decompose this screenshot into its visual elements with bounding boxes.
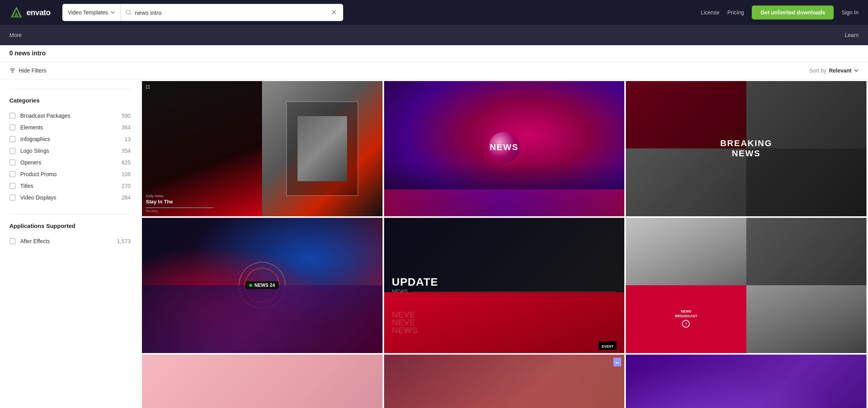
filter-label-video-displays: Video Displays bbox=[20, 194, 56, 201]
grid-item-6-broadcast: NEWSBROADCAST + bbox=[675, 309, 698, 329]
search-icon bbox=[126, 9, 132, 16]
grid-item-3[interactable]: X BREAKING NEWS bbox=[626, 81, 866, 216]
checkbox-infographics[interactable] bbox=[9, 136, 16, 142]
filter-icon bbox=[9, 67, 16, 74]
sign-in-button[interactable]: Sign In bbox=[841, 9, 859, 16]
filter-item-elements[interactable]: Elements 364 bbox=[9, 122, 131, 133]
sub-nav-learn[interactable]: Learn bbox=[845, 32, 859, 38]
sort-area: Sort by Relevant bbox=[809, 67, 859, 74]
filter-count-logo-stings: 354 bbox=[122, 148, 131, 154]
filter-item-product-promo[interactable]: Product Promo 106 bbox=[9, 168, 131, 180]
header: envato Video Templates ✕ License Pricing… bbox=[0, 0, 868, 25]
results-count: 0 news intro bbox=[9, 50, 46, 57]
hide-filters-button[interactable]: Hide Filters bbox=[9, 67, 46, 74]
results-grid: Daily News Stay In The Foo Story bbox=[140, 79, 868, 408]
filters-bar: Hide Filters Sort by Relevant bbox=[0, 62, 868, 79]
filter-count-openers: 625 bbox=[122, 159, 131, 166]
filter-count-after-effects: 1,573 bbox=[117, 238, 131, 244]
sort-by-value[interactable]: Relevant bbox=[829, 67, 852, 74]
search-container: Video Templates ✕ bbox=[62, 4, 343, 21]
search-input[interactable] bbox=[135, 9, 326, 16]
search-category-label: Video Templates bbox=[68, 9, 108, 16]
filter-label-logo-stings: Logo Stings bbox=[20, 148, 49, 154]
categories-title: Categories bbox=[9, 97, 131, 104]
chevron-down-icon bbox=[110, 10, 115, 15]
filter-count-product-promo: 106 bbox=[122, 171, 131, 177]
filter-label-infographics: Infographics bbox=[20, 136, 50, 142]
grid-item-2[interactable]: NEWS bbox=[384, 81, 625, 216]
filter-item-infographics[interactable]: Infographics 13 bbox=[9, 133, 131, 145]
filter-label-openers: Openers bbox=[20, 159, 41, 166]
checkbox-after-effects[interactable] bbox=[9, 238, 16, 244]
header-nav: License Pricing Get unlimited downloads … bbox=[701, 5, 859, 19]
checkbox-logo-stings[interactable] bbox=[9, 148, 16, 154]
categories-divider bbox=[9, 89, 131, 89]
search-input-wrap: ✕ bbox=[121, 8, 343, 17]
grid-item-3-text: BREAKINGNEWS bbox=[720, 138, 772, 159]
filter-label-broadcast-packages: Broadcast Packages bbox=[20, 113, 70, 119]
filter-count-infographics: 13 bbox=[124, 136, 131, 142]
content-area: Daily News Stay In The Foo Story bbox=[140, 79, 868, 408]
filter-item-broadcast-packages[interactable]: Broadcast Packages 590 bbox=[9, 110, 131, 122]
grid-item-4[interactable]: NEWS 24 bbox=[142, 218, 383, 353]
checkbox-openers[interactable] bbox=[9, 159, 16, 166]
filter-label-titles: Titles bbox=[20, 183, 33, 189]
results-bar: 0 news intro bbox=[0, 45, 868, 62]
filter-label-after-effects: After Effects bbox=[20, 238, 50, 244]
filter-count-titles: 270 bbox=[122, 183, 131, 189]
grid-item-1-subnews: Daily News bbox=[146, 194, 258, 198]
hide-filters-label: Hide Filters bbox=[19, 67, 46, 74]
search-category-button[interactable]: Video Templates bbox=[62, 4, 121, 21]
filter-item-logo-stings[interactable]: Logo Stings 354 bbox=[9, 145, 131, 157]
clear-search-button[interactable]: ✕ bbox=[329, 8, 338, 17]
grid-item-2-news-text: NEWS bbox=[490, 142, 519, 152]
license-link[interactable]: License bbox=[701, 9, 719, 16]
checkbox-broadcast-packages[interactable] bbox=[9, 113, 16, 119]
applications-title: Applications Supported bbox=[9, 223, 131, 229]
checkbox-elements[interactable] bbox=[9, 124, 16, 131]
filter-item-openers[interactable]: Openers 625 bbox=[9, 157, 131, 168]
sort-chevron-icon[interactable] bbox=[854, 68, 859, 73]
grid-item-8[interactable]: Pr TODAY NEWS bbox=[384, 355, 625, 408]
filter-item-video-displays[interactable]: Video Displays 284 bbox=[9, 192, 131, 203]
sidebar: Categories Broadcast Packages 590 Elemen… bbox=[0, 79, 140, 408]
grid-item-1-title: Stay In The bbox=[146, 199, 258, 205]
logo-area: envato bbox=[9, 5, 56, 19]
envato-logo-icon bbox=[9, 5, 23, 19]
grid-item-5-event: EVENT bbox=[599, 341, 616, 350]
grid-item-7[interactable]: NEWS 2 4 DAILY NEWS bbox=[142, 355, 383, 408]
main-layout: Categories Broadcast Packages 590 Elemen… bbox=[0, 79, 868, 408]
sub-nav-more[interactable]: More bbox=[9, 32, 22, 38]
grid-item-4-news24: NEWS 24 bbox=[254, 283, 275, 288]
applications-divider bbox=[9, 214, 131, 215]
grid-item-5[interactable]: UPDATE NEWS NEVENEVENEWS EVENT bbox=[384, 218, 625, 353]
checkbox-video-displays[interactable] bbox=[9, 194, 16, 201]
grid-item-5-update: UPDATE bbox=[392, 276, 617, 288]
sub-nav: More Learn bbox=[0, 25, 868, 45]
grid-item-1[interactable]: Daily News Stay In The Foo Story bbox=[142, 81, 383, 216]
grid-item-1-desc: Foo Story bbox=[146, 210, 258, 212]
filter-count-broadcast-packages: 590 bbox=[122, 113, 131, 119]
filter-count-elements: 364 bbox=[122, 124, 131, 131]
sort-by-label: Sort by bbox=[809, 67, 826, 74]
grid-item-6[interactable]: NEWSBROADCAST + bbox=[626, 218, 866, 353]
grid-item-9[interactable]: NEWS INTRO bbox=[626, 355, 866, 408]
filter-count-video-displays: 284 bbox=[122, 194, 131, 201]
grid-item-2-globe: NEWS bbox=[489, 132, 520, 163]
filter-item-after-effects[interactable]: After Effects 1,573 bbox=[9, 235, 131, 247]
pricing-link[interactable]: Pricing bbox=[727, 9, 744, 16]
checkbox-titles[interactable] bbox=[9, 183, 16, 189]
applications-section: Applications Supported After Effects 1,5… bbox=[9, 214, 131, 247]
get-unlimited-button[interactable]: Get unlimited downloads bbox=[752, 5, 834, 19]
logo-text: envato bbox=[27, 8, 50, 17]
categories-section: Categories Broadcast Packages 590 Elemen… bbox=[9, 89, 131, 203]
filter-label-elements: Elements bbox=[20, 124, 43, 131]
filter-label-product-promo: Product Promo bbox=[20, 171, 57, 177]
filter-item-titles[interactable]: Titles 270 bbox=[9, 180, 131, 192]
checkbox-product-promo[interactable] bbox=[9, 171, 16, 177]
